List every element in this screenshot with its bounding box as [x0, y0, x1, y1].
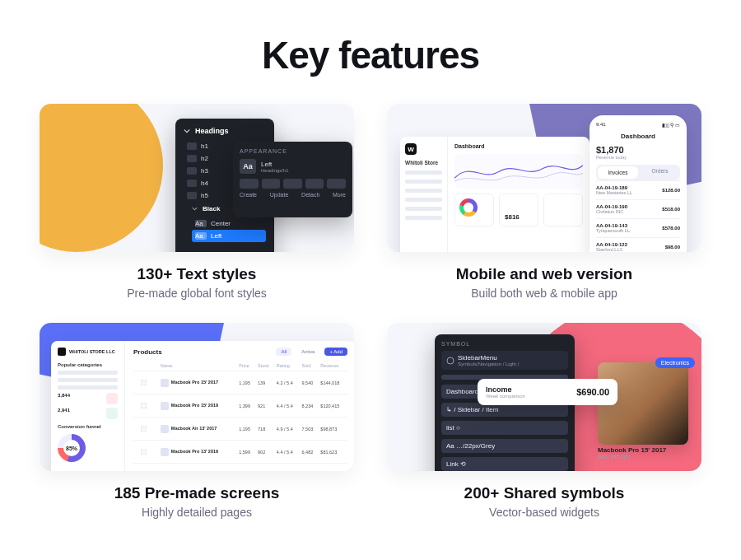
panel-heading: Headings — [184, 127, 266, 135]
category-badge: Electronics — [655, 357, 695, 368]
feature-card: W Whitoli Store Dashboard $816 — [387, 104, 701, 252]
feature-title: 130+ Text styles — [40, 265, 354, 283]
feature-premade-screens: WHITOLI STORE LLC Popular categories 3,8… — [40, 323, 354, 519]
add-button: + Add — [324, 348, 347, 356]
feature-subtitle: Pre-made global font styles — [40, 287, 354, 300]
feature-title: Mobile and web version — [387, 265, 701, 283]
page-title: Key features — [40, 33, 701, 77]
segmented-control: Invoices Orders — [596, 165, 680, 180]
table-row: Macbook Pro 13' 2019 1,5999024.4 / 5.46,… — [133, 441, 347, 464]
selected-style-row: AaLeft — [192, 230, 266, 242]
feature-mobile-web: W Whitoli Store Dashboard $816 — [387, 104, 701, 300]
feature-title: 200+ Shared symbols — [387, 484, 701, 502]
donut-chart-icon — [459, 198, 478, 217]
symbol-icon — [446, 357, 454, 365]
income-popover: Income Week comparison $690.00 — [478, 379, 618, 405]
line-chart-preview — [454, 154, 583, 189]
web-dashboard-preview: W Whitoli Store Dashboard $816 — [400, 137, 590, 252]
mobile-dashboard-preview: 9:41▮▯▯ ⚲ ▭ Dashboard $1,870 Revenue tod… — [590, 115, 687, 252]
signal-wifi-battery-icon: ▮▯▯ ⚲ ▭ — [662, 122, 680, 128]
feature-subtitle: Build both web & mobile app — [387, 287, 701, 300]
features-grid: Headings h1 h2 h3 h4 h5 Black AaCenter A… — [40, 104, 701, 519]
table-row: Macbook Pro 15' 2017 1,1951394.2 / 5.49,… — [133, 371, 347, 394]
brand-logo-icon: W — [405, 143, 417, 155]
feature-shared-symbols: Electronics Macbook Pro 15' 2017 SKU 345… — [387, 323, 701, 519]
feature-subtitle: Highly detailed pages — [40, 506, 354, 519]
table-row: Macbook Pro 15' 2019 1,3999214.4 / 5.48,… — [133, 394, 347, 418]
feature-text-styles: Headings h1 h2 h3 h4 h5 Black AaCenter A… — [40, 104, 354, 300]
chevron-down-icon — [184, 128, 190, 134]
table-row: Microsoft Surface 1,1953124.6 / 5.45,124… — [133, 464, 347, 472]
feature-card: Headings h1 h2 h3 h4 h5 Black AaCenter A… — [40, 104, 354, 252]
decorative-circle — [40, 104, 163, 252]
appearance-panel: APPEARANCE Aa Left Headings/h1 Create Up… — [233, 142, 352, 217]
products-table: NamePriceStockRatingSoldRevenue Macbook … — [133, 361, 347, 471]
table-row: Macbook Air 13' 2017 1,1957184.9 / 5.47,… — [133, 418, 347, 441]
feature-subtitle: Vector-based widgets — [387, 506, 701, 519]
feature-card: WHITOLI STORE LLC Popular categories 3,8… — [40, 323, 354, 471]
brand-logo-icon — [58, 348, 66, 356]
sample-glyph-icon: Aa — [240, 159, 256, 174]
feature-title: 185 Pre-made screens — [40, 484, 354, 502]
svg-point-0 — [447, 357, 454, 364]
chevron-down-icon — [192, 206, 198, 212]
product-caption: Macbook Pro 15' 2017 SKU 345-093 — [598, 446, 688, 460]
donut-chart-icon — [58, 434, 86, 462]
feature-card: Electronics Macbook Pro 15' 2017 SKU 345… — [387, 323, 701, 471]
admin-screen-preview: WHITOLI STORE LLC Popular categories 3,8… — [51, 341, 354, 471]
